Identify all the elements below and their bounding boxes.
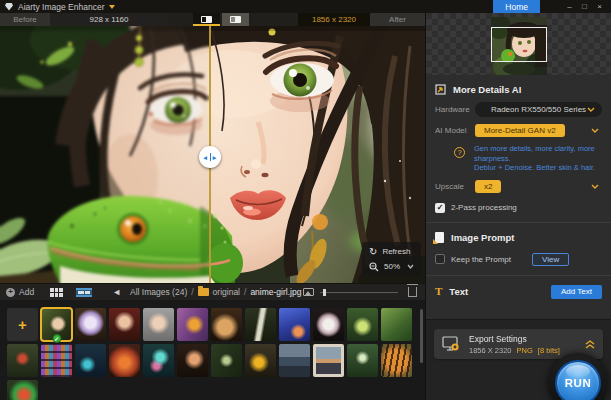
view-prompt-button[interactable]: View (532, 253, 569, 266)
navigator-viewport[interactable] (491, 27, 547, 62)
chevron-down-icon[interactable] (591, 184, 599, 189)
ai-model-row: AI Model More-Detail GAN v2 (435, 124, 602, 137)
tab-before[interactable]: Before (0, 13, 50, 26)
run-button-ring: RUN (548, 353, 608, 400)
after-size: 1856 x 2320 (298, 13, 370, 26)
thumbnail-jungle[interactable] (381, 308, 412, 341)
zoom-control[interactable]: 50% (369, 261, 414, 272)
thumbnail-terrarium[interactable] (347, 308, 378, 341)
thumbnail-jellyfish[interactable] (143, 344, 174, 377)
thumbnail-row: +✓ (7, 308, 425, 341)
thumbnail-bunny[interactable] (211, 308, 242, 341)
help-icon[interactable]: ? (454, 147, 465, 158)
compare-divider-handle[interactable]: ◄ ► (199, 146, 221, 168)
text-header: Text (449, 286, 468, 297)
thumbnail-bird-flowers[interactable] (177, 308, 208, 341)
tab-after[interactable]: After (370, 13, 425, 26)
export-format: PNG (517, 346, 533, 355)
chevron-down-icon[interactable] (591, 128, 599, 133)
thumbnail-portrait-redhead[interactable] (109, 308, 140, 341)
trash-icon[interactable] (408, 287, 417, 297)
ai-model-description: ? Gen more details, more clarity, more s… (454, 144, 602, 173)
workspace: Before 928 x 1160 1856 x 2320 After (0, 13, 611, 400)
thumbnail-parrot-figure[interactable] (7, 344, 38, 377)
navigator-preview (426, 13, 611, 75)
split-view-icon (201, 16, 212, 23)
side-by-side-toggle[interactable] (222, 13, 249, 26)
thumbnail-forest-animal[interactable] (245, 308, 276, 341)
handle-bar-icon (210, 153, 211, 161)
thumbnail-forest-flyer[interactable] (347, 344, 378, 377)
upscale-pill[interactable]: x2 (475, 180, 501, 193)
export-texts: Export Settings 1856 X 2320 PNG [8 bits] (469, 334, 560, 355)
app-title: Aiarty Image Enhancer (18, 2, 104, 12)
titlebar: Aiarty Image Enhancer Home – □ × (0, 0, 611, 13)
back-arrow-icon[interactable]: ◄ (112, 287, 121, 297)
app-logo-icon (5, 3, 13, 11)
selected-check-icon: ✓ (52, 334, 61, 343)
thumbnail-moth-leaves[interactable] (211, 344, 242, 377)
plus-circle-icon: + (6, 288, 15, 297)
settings-panel: More Details AI Hardware Radeon RX550/55… (425, 13, 611, 400)
thumbnail-game-icons[interactable] (41, 344, 72, 377)
maximize-button[interactable]: □ (577, 0, 592, 13)
thumbnail-old-man[interactable] (177, 344, 208, 377)
magnifier-icon (369, 262, 379, 272)
thumbnail-orange-room[interactable] (109, 344, 140, 377)
compare-bar-spacer (249, 13, 298, 26)
viewer-column: Before 928 x 1160 1856 x 2320 After (0, 13, 425, 400)
thumbnail-cyberpunk-street[interactable] (75, 344, 106, 377)
breadcrumb-separator: / (191, 287, 193, 297)
hardware-select[interactable]: Radeon RX550/550 Series (475, 102, 602, 117)
keep-prompt-checkbox[interactable] (435, 254, 445, 264)
description-line2: Deblur + Denoise. Better skin & hair. (474, 163, 602, 173)
document-icon (435, 232, 444, 243)
image-canvas[interactable]: ◄ ► ↻ Refresh 50% (0, 26, 425, 283)
thumbnail-excavator[interactable] (245, 344, 276, 377)
window-controls: – □ × (562, 0, 607, 13)
navigator-thumbnail[interactable] (491, 17, 547, 75)
chevron-down-icon (587, 107, 595, 112)
filmstrip-view-button[interactable] (76, 288, 92, 297)
split-view-toggle[interactable] (193, 13, 220, 26)
thumbnail-scrollbar[interactable] (420, 309, 423, 363)
breadcrumb-all-images[interactable]: All Images (24) (130, 287, 187, 297)
view-mode-toggles (193, 13, 249, 26)
thumbnail-portrait-blonde[interactable] (143, 308, 174, 341)
breadcrumb: All Images (24) / original / anime-girl.… (130, 287, 301, 297)
refresh-button[interactable]: ↻ Refresh (369, 246, 414, 257)
app-window: Aiarty Image Enhancer Home – □ × Before … (0, 0, 611, 400)
run-button[interactable]: RUN (555, 360, 601, 400)
two-pass-row[interactable]: ✓ 2-Pass processing (435, 203, 602, 213)
home-button[interactable]: Home (493, 0, 540, 13)
thumbnail-archway[interactable] (75, 308, 106, 341)
thumbnail-white-flower[interactable] (313, 308, 344, 341)
grid-view-button[interactable] (50, 288, 63, 297)
app-menu-chevron-icon[interactable] (109, 5, 115, 12)
collapse-chevron-icon[interactable] (585, 340, 595, 349)
before-region (0, 26, 209, 283)
thumbnail-blue-crystals[interactable] (279, 308, 310, 341)
thumbnail-size-slider[interactable] (320, 292, 398, 293)
thumbnail-parrot[interactable] (7, 380, 38, 400)
thumbnail-framed-photo[interactable] (313, 344, 344, 377)
add-text-button[interactable]: Add Text (551, 285, 602, 299)
close-button[interactable]: × (592, 0, 607, 13)
thumbnail-mountains[interactable] (279, 344, 310, 377)
text-section-header: T Text Add Text (435, 285, 602, 299)
two-pass-checkbox[interactable]: ✓ (435, 203, 445, 213)
before-size: 928 x 1160 (50, 13, 168, 26)
ai-model-label: AI Model (435, 126, 475, 135)
description-text: Gen more details, more clarity, more sha… (474, 144, 602, 173)
thumbnail-anime-girl[interactable]: ✓ (41, 308, 72, 341)
keep-prompt-row: Keep the Prompt View (435, 253, 602, 266)
breadcrumb-folder[interactable]: original (213, 287, 240, 297)
minimize-button[interactable]: – (562, 0, 577, 13)
add-image-tile[interactable]: + (7, 308, 38, 341)
slider-thumb[interactable] (323, 289, 326, 296)
add-button[interactable]: + Add (6, 287, 34, 297)
thumbnail-tiger[interactable] (381, 344, 412, 377)
add-label: Add (19, 287, 34, 297)
ai-model-pill[interactable]: More-Detail GAN v2 (475, 124, 565, 137)
navigator-dim (491, 17, 547, 27)
